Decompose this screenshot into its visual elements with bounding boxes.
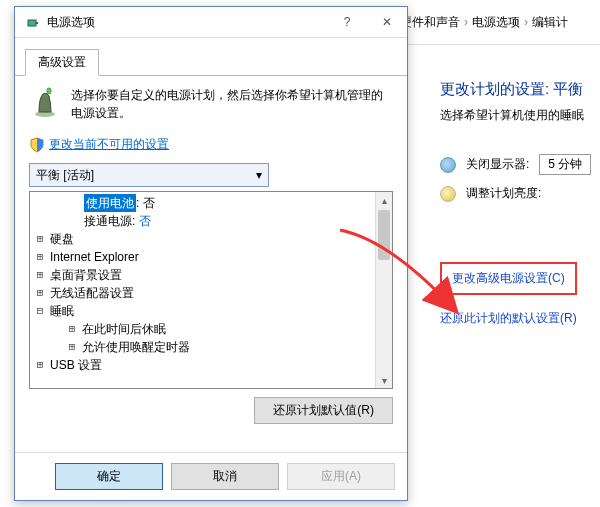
brightness-label: 调整计划亮度: [466, 185, 541, 202]
tree-sleep[interactable]: 睡眠 [50, 302, 74, 320]
tree-desktop-bg[interactable]: 桌面背景设置 [50, 266, 122, 284]
page-title: 更改计划的设置: 平衡 [440, 80, 600, 99]
plan-dropdown-value: 平衡 [活动] [36, 167, 94, 184]
ok-button[interactable]: 确定 [55, 463, 163, 490]
dialog-description: 选择你要自定义的电源计划，然后选择你希望计算机管理的电源设置。 [71, 86, 393, 122]
restore-defaults-button[interactable]: 还原计划默认值(R) [254, 397, 393, 424]
advanced-link-highlight: 更改高级电源设置(C) [440, 262, 577, 295]
chevron-down-icon: ▾ [256, 168, 262, 182]
display-off-label: 关闭显示器: [466, 156, 529, 173]
power-options-dialog: 电源选项 ? ✕ 高级设置 选择你要自定义的电源计划，然后选择你希望计算机管理的… [14, 6, 408, 501]
tree-ac-value[interactable]: 否 [139, 214, 151, 228]
app-icon [25, 14, 41, 30]
collapse-icon[interactable]: ⊟ [34, 302, 46, 320]
brightness-icon [440, 186, 456, 202]
tree-use-battery-label[interactable]: 使用电池 [84, 194, 136, 212]
tree-ac-label: 接通电源: [84, 214, 135, 228]
help-button[interactable]: ? [327, 7, 367, 37]
display-off-icon [440, 157, 456, 173]
expand-icon[interactable]: ⊞ [34, 266, 46, 284]
plan-dropdown[interactable]: 平衡 [活动] ▾ [29, 163, 269, 187]
page-subtitle: 选择希望计算机使用的睡眠 [440, 107, 600, 124]
display-off-select[interactable]: 5 分钟 [539, 154, 591, 175]
tree-wake-timer[interactable]: 允许使用唤醒定时器 [82, 338, 190, 356]
expand-icon[interactable]: ⊞ [34, 284, 46, 302]
expand-icon[interactable]: ⊞ [34, 230, 46, 248]
tree-use-battery-value: 否 [143, 196, 155, 210]
svg-rect-1 [36, 22, 38, 24]
scroll-up-icon[interactable]: ▴ [376, 192, 392, 208]
expand-icon[interactable]: ⊞ [66, 338, 78, 356]
breadcrumb-power[interactable]: 电源选项 [472, 14, 520, 31]
tree-wifi[interactable]: 无线适配器设置 [50, 284, 134, 302]
tree-usb[interactable]: USB 设置 [50, 356, 102, 374]
svg-rect-0 [28, 20, 36, 26]
advanced-power-link[interactable]: 更改高级电源设置(C) [452, 271, 565, 285]
tree-scrollbar[interactable]: ▴ ▾ [375, 192, 392, 388]
scroll-down-icon[interactable]: ▾ [376, 372, 392, 388]
cancel-button[interactable]: 取消 [171, 463, 279, 490]
change-unavailable-link[interactable]: 更改当前不可用的设置 [49, 136, 169, 153]
breadcrumb-sep: › [524, 15, 528, 29]
expand-icon[interactable]: ⊞ [34, 248, 46, 266]
tab-advanced[interactable]: 高级设置 [25, 49, 99, 76]
svg-rect-3 [47, 88, 51, 94]
power-plan-icon [29, 86, 61, 118]
expand-icon[interactable]: ⊞ [34, 356, 46, 374]
tree-disk[interactable]: 硬盘 [50, 230, 74, 248]
scroll-thumb[interactable] [378, 210, 390, 260]
breadcrumb-sep: › [464, 15, 468, 29]
tree-ie[interactable]: Internet Explorer [50, 248, 139, 266]
expand-icon[interactable]: ⊞ [66, 320, 78, 338]
dialog-title: 电源选项 [47, 14, 327, 31]
restore-plan-link[interactable]: 还原此计划的默认设置(R) [440, 311, 577, 325]
shield-icon [29, 137, 45, 153]
settings-tree[interactable]: 使用电池: 否 接通电源: 否 ⊞硬盘 ⊞Internet Explorer ⊞… [30, 192, 392, 376]
breadcrumb-hw[interactable]: 硬件和声音 [400, 14, 460, 31]
apply-button: 应用(A) [287, 463, 395, 490]
close-button[interactable]: ✕ [367, 7, 407, 37]
breadcrumb-edit[interactable]: 编辑计 [532, 14, 568, 31]
tree-sleep-after[interactable]: 在此时间后休眠 [82, 320, 166, 338]
